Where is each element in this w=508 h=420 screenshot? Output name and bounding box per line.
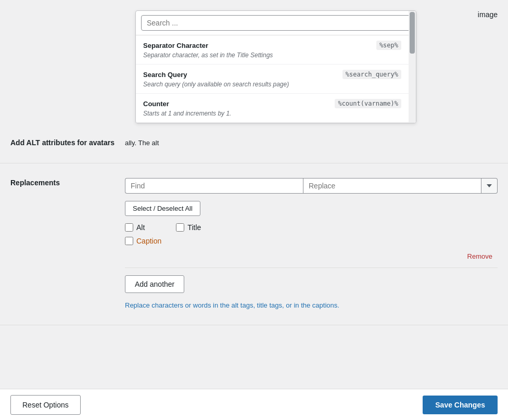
replacements-label: Replacements xyxy=(10,179,60,187)
search-dropdown-section: Separator Character %sep% Separator char… xyxy=(0,0,508,123)
alt-attributes-label: Add ALT attributes for avatars xyxy=(10,138,115,147)
replacement-description: Replace characters or words in the alt t… xyxy=(125,300,385,311)
replace-dropdown-button[interactable] xyxy=(481,178,498,194)
alt-checkbox[interactable] xyxy=(125,223,133,232)
scrollbar-track[interactable] xyxy=(409,11,416,123)
search-query-desc: Search query (only available on search r… xyxy=(143,81,401,88)
search-input[interactable] xyxy=(141,15,411,31)
select-deselect-wrapper: Select / Deselect All xyxy=(125,201,498,223)
footer-bar: Reset Options Save Changes xyxy=(0,389,508,420)
caption-checkbox[interactable] xyxy=(125,237,133,245)
search-input-wrapper xyxy=(136,11,416,35)
search-query-badge: %search_query% xyxy=(342,70,401,79)
page-wrapper: Separator Character %sep% Separator char… xyxy=(0,0,508,420)
caption-checkbox-item[interactable]: Caption xyxy=(125,237,161,245)
counter-badge: %count(varname)% xyxy=(335,99,401,108)
replacements-row: Replacements Select / Deselect All xyxy=(0,163,508,326)
find-replace-row xyxy=(125,178,498,194)
main-content: Separator Character %sep% Separator char… xyxy=(0,0,508,367)
dropdown-item-search-query[interactable]: Search Query %search_query% Search query… xyxy=(136,65,409,94)
scrollbar-thumb[interactable] xyxy=(410,12,415,54)
search-dropdown: Separator Character %sep% Separator char… xyxy=(135,10,416,123)
alt-checkbox-label: Alt xyxy=(136,223,145,232)
replace-input[interactable] xyxy=(303,178,481,194)
add-another-button[interactable]: Add another xyxy=(125,275,184,293)
title-checkbox[interactable] xyxy=(176,223,184,232)
alt-desc-text: ally. The alt xyxy=(125,139,159,147)
counter-title: Counter xyxy=(143,100,169,108)
dropdown-item-counter[interactable]: Counter %count(varname)% Starts at 1 and… xyxy=(136,94,409,123)
image-label: image xyxy=(478,10,498,19)
dropdown-item-separator[interactable]: Separator Character %sep% Separator char… xyxy=(136,35,409,65)
counter-desc: Starts at 1 and increments by 1. xyxy=(143,110,401,117)
alt-attributes-row: Add ALT attributes for avatars ally. The… xyxy=(0,123,508,163)
checkboxes-row-1: Alt Title xyxy=(125,223,498,232)
alt-description: ally. The alt xyxy=(125,138,498,148)
checkboxes-row-2: Caption xyxy=(125,237,498,245)
separator-desc: Separator character, as set in the Title… xyxy=(143,52,401,59)
separator-title: Separator Character xyxy=(143,42,208,49)
dropdown-items: Separator Character %sep% Separator char… xyxy=(136,35,416,123)
search-query-title: Search Query xyxy=(143,71,187,79)
find-input[interactable] xyxy=(125,178,303,194)
add-another-wrapper: Add another xyxy=(125,275,498,300)
remove-link[interactable]: Remove xyxy=(125,252,498,260)
separator-badge: %sep% xyxy=(376,41,401,50)
caption-checkbox-label: Caption xyxy=(136,237,161,245)
title-checkbox-item[interactable]: Title xyxy=(176,223,201,232)
separator-line xyxy=(125,268,498,268)
save-changes-button[interactable]: Save Changes xyxy=(423,396,498,414)
alt-checkbox-item[interactable]: Alt xyxy=(125,223,145,232)
chevron-down-icon xyxy=(487,184,492,187)
select-deselect-button[interactable]: Select / Deselect All xyxy=(125,201,200,216)
reset-options-button[interactable]: Reset Options xyxy=(10,395,81,415)
title-checkbox-label: Title xyxy=(187,223,201,232)
